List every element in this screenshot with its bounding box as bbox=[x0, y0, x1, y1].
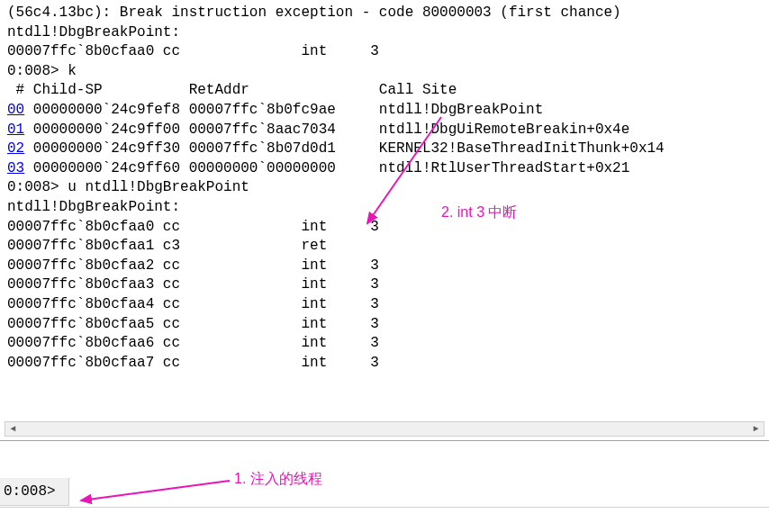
command-u: 0:008> u ntdll!DbgBreakPoint bbox=[7, 178, 762, 198]
debugger-input-pane: 0:008> 1. 注入的线程 bbox=[0, 441, 769, 522]
debugger-output-pane: (56c4.13bc): Break instruction exception… bbox=[0, 0, 769, 441]
command-k: 0:008> k bbox=[7, 62, 762, 82]
symbol-line: ntdll!DbgBreakPoint: bbox=[7, 23, 762, 43]
disasm-row: 00007ffc`8b0cfaa6 cc int 3 bbox=[7, 334, 762, 354]
disasm-row: 00007ffc`8b0cfaa1 c3 ret bbox=[7, 237, 762, 257]
input-bottom-border bbox=[0, 507, 769, 522]
frame-index-link[interactable]: 02 bbox=[7, 140, 24, 157]
disasm-row: 00007ffc`8b0cfaa2 cc int 3 bbox=[7, 257, 762, 276]
disasm-row: 00007ffc`8b0cfaa5 cc int 3 bbox=[7, 315, 762, 335]
instruction-line: 00007ffc`8b0cfaa0 cc int 3 bbox=[7, 42, 762, 62]
frame-detail: 00000000`24c9ff00 00007ffc`8aac7034 ntdl… bbox=[24, 122, 629, 138]
disasm-row: 00007ffc`8b0cfaa3 cc int 3 bbox=[7, 275, 762, 295]
disasm-row: 00007ffc`8b0cfaa4 cc int 3 bbox=[7, 295, 762, 315]
symbol-line-2: ntdll!DbgBreakPoint: bbox=[7, 198, 762, 218]
scroll-right-arrow-icon[interactable]: ► bbox=[748, 422, 764, 436]
frame-detail: 00000000`24c9ff60 00000000`00000000 ntdl… bbox=[24, 160, 629, 176]
stack-frame-row: 02 00000000`24c9ff30 00007ffc`8b07d0d1 K… bbox=[7, 140, 762, 159]
frame-detail: 00000000`24c9fef8 00007ffc`8b0fc9ae ntdl… bbox=[24, 102, 543, 118]
stack-frame-row: 03 00000000`24c9ff60 00000000`00000000 n… bbox=[7, 159, 762, 179]
input-prompt: 0:008> bbox=[0, 478, 69, 506]
scroll-left-arrow-icon[interactable]: ◄ bbox=[5, 422, 21, 436]
frame-index-link[interactable]: 01 bbox=[7, 122, 24, 138]
stack-header: # Child-SP RetAddr Call Site bbox=[7, 81, 762, 101]
stack-frame-row: 00 00000000`24c9fef8 00007ffc`8b0fc9ae n… bbox=[7, 101, 762, 121]
horizontal-scrollbar[interactable]: ◄ ► bbox=[5, 421, 764, 437]
stack-frame-row: 01 00000000`24c9ff00 00007ffc`8aac7034 n… bbox=[7, 121, 762, 140]
frame-index-link[interactable]: 03 bbox=[7, 160, 24, 176]
command-input[interactable] bbox=[70, 479, 769, 506]
frame-index-link[interactable]: 00 bbox=[7, 102, 24, 118]
disasm-row: 00007ffc`8b0cfaa7 cc int 3 bbox=[7, 354, 762, 374]
disasm-row: 00007ffc`8b0cfaa0 cc int 3 bbox=[7, 218, 762, 238]
frame-detail: 00000000`24c9ff30 00007ffc`8b07d0d1 KERN… bbox=[24, 140, 665, 157]
exception-line: (56c4.13bc): Break instruction exception… bbox=[7, 4, 762, 23]
